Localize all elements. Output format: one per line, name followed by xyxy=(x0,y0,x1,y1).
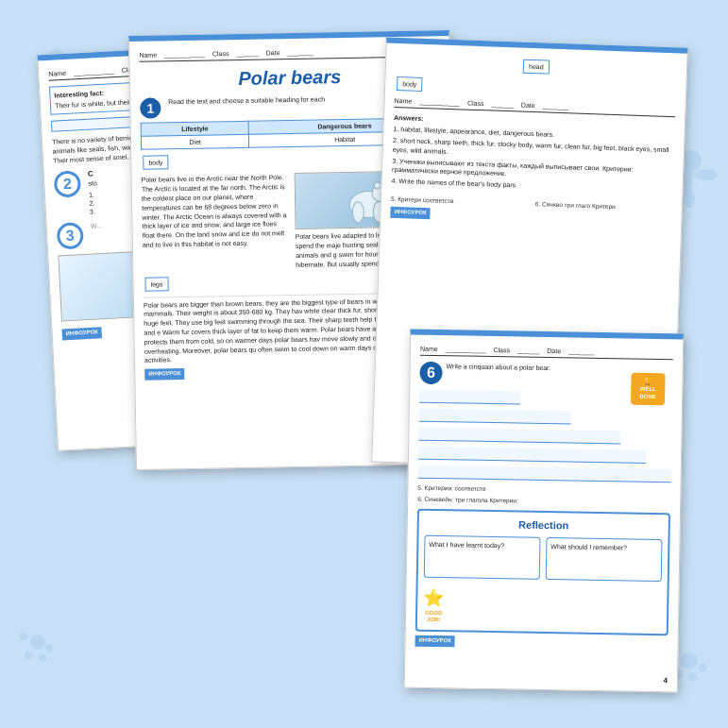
svg-point-38 xyxy=(374,182,381,189)
star-icon: ⭐ xyxy=(423,587,444,610)
page-4: Name___________ Class______ Date_______ … xyxy=(404,329,685,692)
criteria-section: 5. Критери соответств 6. Синкво три глаг… xyxy=(391,193,672,213)
body-label-diagram: body xyxy=(143,156,168,171)
num-3: 3. xyxy=(90,208,99,217)
task2-number: 2 xyxy=(54,170,81,197)
task6-section: 6 Write a cinquain about a polar bear. 🏆… xyxy=(419,362,672,389)
row-diet: Diet xyxy=(141,134,249,149)
date-label-p4: Date xyxy=(547,347,561,355)
name-label-p1: Name xyxy=(48,69,66,78)
legs-label-diagram: legs xyxy=(144,277,168,292)
pages-container: Name___________ Class______ Date_______ … xyxy=(19,19,709,709)
name-label-p2: Name xyxy=(139,50,157,59)
reflection-q1-text: What I have learnt today? xyxy=(429,540,535,550)
infourok-badge-p1: ИНФОУРОК xyxy=(61,328,102,341)
reflection-q1-box: What I have learnt today? xyxy=(424,535,541,580)
head-label-diagram: head xyxy=(523,59,550,75)
svg-text:1: 1 xyxy=(642,0,685,16)
class-label-p4: Class xyxy=(493,346,510,354)
criteria5-text: 5. Критери соответств xyxy=(391,193,528,208)
name-line-p4: Name___________ Class______ Date_______ xyxy=(420,345,673,361)
sinkvein-text-p4: 6. Синквейн: три глагола Критерии: xyxy=(417,495,670,507)
reflection-inner: What I have learnt today? What should I … xyxy=(424,535,663,582)
svg-point-36 xyxy=(352,202,364,223)
cinquain-line-3 xyxy=(418,428,621,445)
body-label-p3: body xyxy=(397,76,423,92)
page-number: 4 xyxy=(663,676,668,686)
reflection-title: Reflection xyxy=(425,516,663,534)
criteria6-text: 6. Синкво три глаго Критери xyxy=(535,197,672,212)
reflection-q2-box: What should I remember? xyxy=(546,537,663,582)
date-label-p2: Date xyxy=(266,48,280,57)
infourok-badge-p4: ИНФОУРОК xyxy=(415,635,454,648)
infourok-badge-p3: ИНФОУРОК xyxy=(390,207,431,219)
criteria-text-p4: 5. Критерии: соответств xyxy=(417,484,670,497)
cinquain-line-1 xyxy=(419,390,520,405)
task3-number: 3 xyxy=(57,223,84,250)
reflection-q2-text: What should I remember? xyxy=(550,542,657,552)
body-paragraph: Polar bears live in the Arctic near the … xyxy=(142,173,290,249)
cinquain-line-4 xyxy=(418,447,646,464)
class-label-p3: Class xyxy=(467,99,484,109)
good-job-section: ⭐ GOOD JOB! xyxy=(423,584,662,628)
task6-text: Write a cinquain about a polar bear. xyxy=(447,362,551,373)
cinquain-line-2 xyxy=(419,409,571,425)
task1-number: 1 xyxy=(140,98,161,119)
left-col: Polar bears live in the Arctic near the … xyxy=(142,173,291,272)
cinquain-line-5 xyxy=(418,466,671,483)
item-sto: sto xyxy=(88,178,97,188)
answers-section: Answers: 1. habitat, lifestyle, appearan… xyxy=(392,113,675,195)
name-label-p4: Name xyxy=(420,345,438,353)
well-done-badge: 🏆 WELL DONE xyxy=(631,373,666,406)
good-job-star: ⭐ GOOD JOB! xyxy=(423,587,445,624)
task2-label: C xyxy=(88,169,97,179)
good-job-label: GOOD JOB! xyxy=(425,609,443,624)
name-label-p3: Name xyxy=(394,96,412,106)
reflection-box: Reflection What I have learnt today? Wha… xyxy=(415,509,670,636)
task3-hint: W... xyxy=(91,222,103,231)
class-label-p2: Class xyxy=(212,49,229,58)
date-label-p3: Date xyxy=(521,101,535,110)
task1-text: Read the text and choose a suitable head… xyxy=(168,94,325,107)
task6-number: 6 xyxy=(419,362,442,384)
well-done-label: WELL DONE xyxy=(635,386,661,401)
infourok-badge-p2: ИНФОУРОК xyxy=(144,368,184,381)
